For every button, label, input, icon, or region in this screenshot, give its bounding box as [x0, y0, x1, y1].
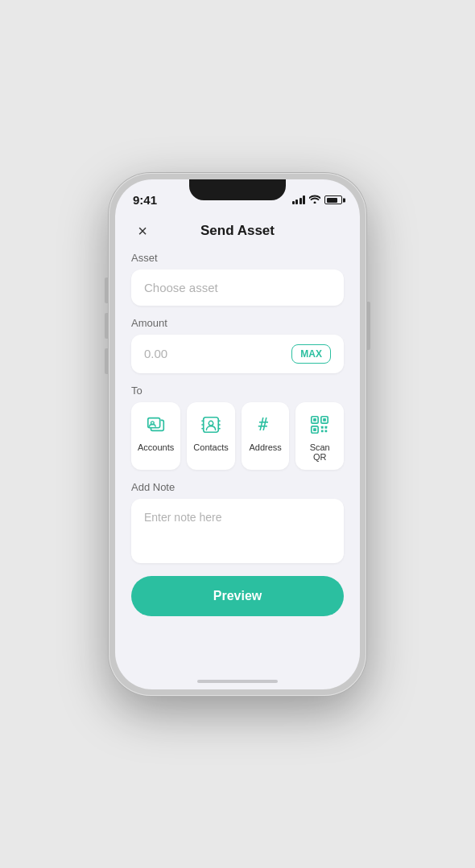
svg-rect-12 [313, 418, 316, 422]
address-icon: # [253, 412, 279, 438]
svg-rect-14 [323, 418, 326, 422]
to-section: To Accounts [131, 385, 344, 470]
contacts-label: Contacts [193, 442, 228, 452]
preview-button[interactable]: Preview [131, 576, 344, 616]
scan-qr-icon [307, 412, 332, 438]
phone-screen: 9:41 [115, 179, 360, 689]
svg-rect-17 [321, 426, 324, 428]
asset-label: Asset [131, 252, 344, 264]
svg-rect-2 [204, 417, 219, 432]
battery-icon [324, 195, 342, 204]
note-label: Add Note [131, 481, 344, 493]
svg-rect-20 [325, 430, 328, 432]
note-section: Add Note Enter note here [131, 481, 344, 563]
scan-qr-option[interactable]: Scan QR [295, 402, 344, 470]
asset-input[interactable]: Choose asset [131, 269, 344, 306]
status-time: 9:41 [133, 193, 157, 207]
amount-input[interactable]: 0.00 MAX [131, 335, 344, 373]
svg-rect-16 [313, 428, 316, 431]
status-icons [292, 195, 343, 206]
contacts-icon [198, 412, 224, 438]
close-button[interactable]: × [131, 220, 154, 242]
page-title: Send Asset [200, 223, 275, 239]
phone-frame: 9:41 [109, 173, 366, 696]
preview-button-label: Preview [213, 589, 262, 603]
asset-placeholder: Choose asset [144, 281, 331, 294]
home-indicator [197, 680, 278, 683]
contacts-option[interactable]: Contacts [187, 402, 235, 470]
signal-icon [292, 195, 306, 204]
phone-notch [189, 179, 286, 200]
page-header: × Send Asset [131, 213, 344, 252]
accounts-icon [143, 412, 169, 438]
address-option[interactable]: # Address [242, 402, 290, 470]
wifi-icon [309, 195, 320, 206]
note-placeholder: Enter note here [144, 511, 222, 524]
svg-rect-18 [325, 426, 328, 428]
accounts-label: Accounts [138, 442, 174, 452]
svg-text:#: # [258, 415, 268, 434]
svg-rect-19 [321, 430, 324, 432]
to-label: To [131, 385, 344, 397]
max-button[interactable]: MAX [291, 344, 331, 364]
address-label: Address [249, 442, 281, 452]
amount-value: 0.00 [144, 347, 167, 360]
svg-point-3 [209, 421, 213, 426]
close-icon: × [138, 223, 147, 239]
amount-label: Amount [131, 317, 344, 329]
amount-section: Amount 0.00 MAX [131, 317, 344, 373]
to-options-grid: Accounts [131, 402, 344, 470]
asset-section: Asset Choose asset [131, 252, 344, 306]
screen-content: × Send Asset Asset Choose asset Amount 0… [115, 213, 360, 689]
note-input[interactable]: Enter note here [131, 499, 344, 563]
scan-qr-label: Scan QR [302, 442, 337, 462]
accounts-option[interactable]: Accounts [131, 402, 180, 470]
